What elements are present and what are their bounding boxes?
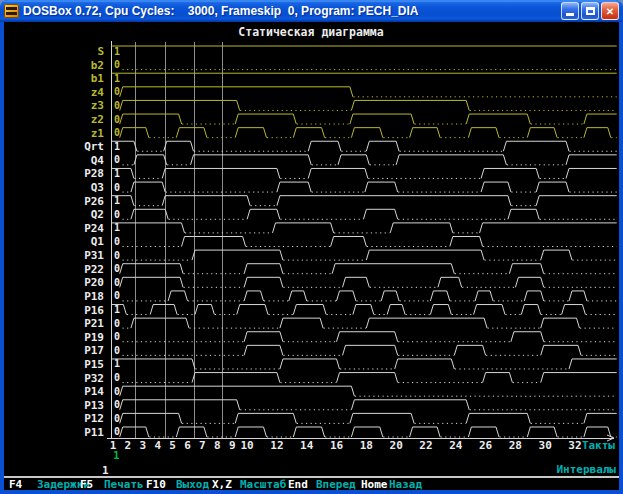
function-key-End[interactable]: EndВперед <box>288 478 356 490</box>
signal-label-b1: b1 <box>91 72 105 85</box>
signal-label-Q1: Q1 <box>91 235 105 248</box>
signal-label-P31: P31 <box>84 249 104 262</box>
signal-value-P32: 0 <box>114 372 120 383</box>
signal-value-P21: 0 <box>114 318 120 329</box>
maximize-button[interactable] <box>581 2 599 20</box>
tick-label-18: 18 <box>360 439 373 452</box>
close-icon: ✕ <box>606 6 614 17</box>
signal-value-Q4: 0 <box>114 154 120 165</box>
signal-value-P31: 0 <box>114 250 120 261</box>
tick-label-32: 32 <box>568 439 581 452</box>
tick-label-14: 14 <box>300 439 314 452</box>
function-key-XZ[interactable]: X,ZМасштаб <box>212 478 287 490</box>
function-key-F4[interactable]: F4Задержки <box>9 478 90 490</box>
signal-label-P17: P17 <box>84 344 104 357</box>
interval-marker-white: 1 <box>102 464 109 477</box>
timing-diagram: Статическая диаграммаS1b20b11z40z30z20z1… <box>4 22 619 490</box>
signal-label-S: S <box>97 45 104 58</box>
signal-value-S: 1 <box>114 46 120 57</box>
signal-label-P20: P20 <box>84 276 104 289</box>
function-key-F5[interactable]: F5Печать <box>80 478 144 490</box>
signal-label-P19: P19 <box>84 331 104 344</box>
signal-label-P32: P32 <box>84 372 104 385</box>
function-key-action: Назад <box>389 478 422 490</box>
function-key-action: Масштаб <box>240 478 287 490</box>
close-button[interactable]: ✕ <box>601 2 619 20</box>
signal-label-P16: P16 <box>84 304 104 317</box>
tick-label-7: 7 <box>199 439 206 452</box>
signal-value-P14: 0 <box>114 386 120 397</box>
tick-label-28: 28 <box>509 439 522 452</box>
tick-label-30: 30 <box>539 439 552 452</box>
minimize-button[interactable] <box>561 2 579 20</box>
tick-label-10: 10 <box>241 439 254 452</box>
signal-value-Q3: 0 <box>114 182 120 193</box>
signal-label-b2: b2 <box>91 59 104 72</box>
interval-marker-green: 1 <box>113 449 120 462</box>
window-controls: ✕ <box>561 2 619 20</box>
signal-label-P21: P21 <box>84 317 104 330</box>
signal-value-P20: 0 <box>114 277 120 288</box>
function-key-name: Home <box>361 478 388 490</box>
signal-value-P17: 0 <box>114 345 120 356</box>
tick-label-8: 8 <box>214 439 221 452</box>
signal-label-P15: P15 <box>84 358 104 371</box>
signal-label-Q2: Q2 <box>91 208 104 221</box>
tick-label-24: 24 <box>449 439 463 452</box>
signal-value-P19: 0 <box>114 331 120 342</box>
signal-label-P24: P24 <box>84 222 104 235</box>
title-bar[interactable]: DOSBox 0.72, Cpu Cycles: 3000, Frameskip… <box>0 0 623 22</box>
signal-label-P18: P18 <box>84 290 104 303</box>
function-key-action: Вперед <box>316 478 356 490</box>
signal-value-P18: 0 <box>114 290 120 301</box>
minimize-icon <box>566 13 574 16</box>
signal-value-Q2: 0 <box>114 209 120 220</box>
dosbox-icon <box>4 4 19 18</box>
tick-label-20: 20 <box>390 439 403 452</box>
signal-label-Qrt: Qrt <box>84 140 104 153</box>
function-key-name: X,Z <box>212 478 232 490</box>
signal-label-P26: P26 <box>84 195 104 208</box>
function-key-name: End <box>288 478 308 490</box>
signal-label-Q4: Q4 <box>91 154 105 167</box>
signal-value-P26: 1 <box>114 195 120 206</box>
signal-value-z2: 0 <box>114 114 120 125</box>
signal-label-Q3: Q3 <box>91 181 104 194</box>
function-key-name: F4 <box>9 478 23 490</box>
signal-value-P11: 0 <box>114 426 120 437</box>
function-key-Home[interactable]: HomeНазад <box>361 478 422 490</box>
tick-label-16: 16 <box>330 439 344 452</box>
diagram-title: Статическая диаграмма <box>238 25 383 39</box>
window-title: DOSBox 0.72, Cpu Cycles: 3000, Frameskip… <box>23 4 557 18</box>
function-key-name: F10 <box>146 478 166 490</box>
signal-value-P16: 1 <box>114 304 120 315</box>
signal-value-z1: 0 <box>114 127 120 138</box>
signal-value-P24: 1 <box>114 222 120 233</box>
maximize-icon <box>586 7 595 15</box>
signal-value-z4: 0 <box>114 86 120 97</box>
signal-label-z4: z4 <box>91 86 105 99</box>
tick-label-2: 2 <box>125 439 132 452</box>
signal-value-P28: 1 <box>114 168 120 179</box>
x-axis-unit-label: Такты <box>582 439 615 452</box>
signal-value-Q1: 0 <box>114 236 120 247</box>
signal-value-P12: 0 <box>114 413 120 424</box>
tick-label-4: 4 <box>154 439 161 452</box>
signal-value-P15: 1 <box>114 358 120 369</box>
signal-value-b2: 0 <box>114 59 120 70</box>
dosbox-window: DOSBox 0.72, Cpu Cycles: 3000, Frameskip… <box>0 0 623 494</box>
signal-value-P22: 0 <box>114 263 120 274</box>
signal-label-z3: z3 <box>91 99 104 112</box>
signal-value-b1: 1 <box>114 73 120 84</box>
function-key-name: F5 <box>80 478 93 490</box>
function-key-action: Выход <box>176 478 209 490</box>
tick-label-6: 6 <box>184 439 191 452</box>
signal-value-Qrt: 1 <box>114 141 120 152</box>
signal-label-P14: P14 <box>84 385 104 398</box>
function-key-F10[interactable]: F10Выход <box>146 478 209 490</box>
signal-label-P13: P13 <box>84 399 104 412</box>
signal-label-P22: P22 <box>84 263 104 276</box>
tick-label-5: 5 <box>169 439 176 452</box>
tick-label-22: 22 <box>419 439 432 452</box>
signal-label-P11: P11 <box>84 426 104 439</box>
